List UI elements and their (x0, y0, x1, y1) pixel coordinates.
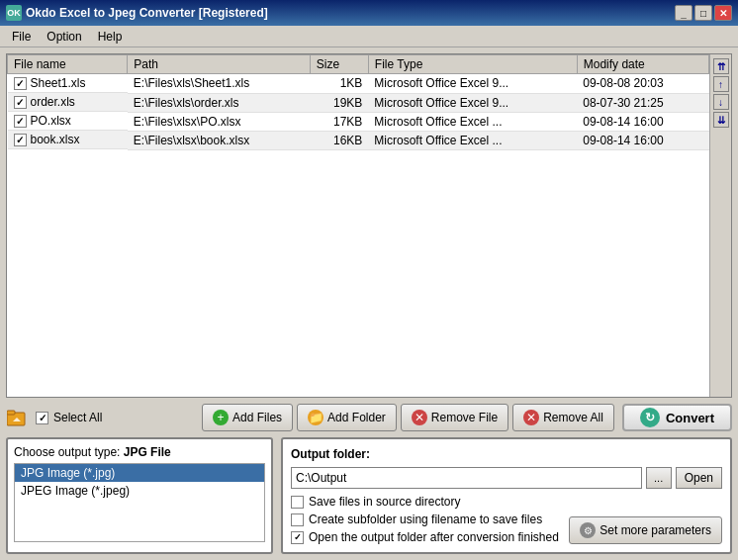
arrow-down[interactable]: ↓ (713, 94, 729, 110)
folder-path-input[interactable] (291, 467, 642, 489)
row-checkbox-1[interactable] (14, 96, 27, 109)
set-more-params-button[interactable]: ⚙ Set more parameters (569, 516, 722, 544)
folder-browse-button[interactable]: ... (646, 467, 672, 489)
cell-filename-3: book.xlsx (8, 131, 128, 149)
output-type-section: Choose output type: JPG File JPG Image (… (6, 437, 273, 554)
cell-size-0: 1KB (310, 74, 368, 94)
file-table: File name Path Size File Type Modify dat… (7, 54, 709, 150)
table-row: Sheet1.xls E:\Files\xls\Sheet1.xls 1KB M… (8, 74, 709, 94)
main-content: File name Path Size File Type Modify dat… (0, 47, 738, 560)
bottom-panel: Choose output type: JPG File JPG Image (… (6, 437, 732, 554)
remove-file-button[interactable]: ✕ Remove File (401, 404, 508, 431)
arrow-top-top[interactable]: ⇈ (713, 58, 729, 74)
svg-rect-1 (7, 411, 15, 415)
cell-filename-1: order.xls (8, 93, 128, 112)
toolbar-row: Select All + Add Files 📁 Add Folder ✕ Re… (6, 404, 732, 431)
row-checkbox-0[interactable] (14, 77, 27, 90)
cell-path-1: E:\Files\xls\order.xls (128, 93, 311, 112)
add-files-icon: + (213, 410, 229, 425)
table-row: PO.xlsx E:\Files\xlsx\PO.xlsx 17KB Micro… (8, 112, 709, 131)
cell-size-1: 19KB (310, 93, 368, 112)
convert-icon: ↻ (640, 408, 660, 427)
select-all-label: Select All (53, 411, 102, 424)
checkboxes-col: Save files in source directory Create su… (291, 495, 559, 544)
navigate-back-icon[interactable] (6, 407, 28, 428)
save-source-label: Save files in source directory (309, 495, 460, 509)
folder-path-row: ... Open (291, 467, 722, 489)
cell-modifydate-3: 09-08-14 16:00 (577, 131, 708, 149)
col-size: Size (310, 55, 368, 74)
action-buttons: + Add Files 📁 Add Folder ✕ Remove File ✕… (202, 404, 614, 431)
cell-modifydate-0: 09-08-08 20:03 (577, 74, 708, 94)
add-folder-icon: 📁 (308, 410, 323, 425)
menu-file[interactable]: File (4, 28, 39, 46)
title-bar: OK Okdo Excel to Jpeg Converter [Registe… (0, 0, 738, 26)
menu-bar: File Option Help (0, 26, 738, 47)
folder-open-button[interactable]: Open (676, 467, 722, 489)
checkbox-open-after: Open the output folder after conversion … (291, 530, 559, 544)
add-files-button[interactable]: + Add Files (202, 404, 293, 431)
cell-path-3: E:\Files\xlsx\book.xlsx (128, 131, 311, 149)
row-checkbox-3[interactable] (14, 134, 27, 146)
cell-modifydate-2: 09-08-14 16:00 (577, 112, 708, 131)
checkbox-source-dir: Save files in source directory (291, 495, 559, 509)
remove-all-icon: ✕ (523, 410, 539, 425)
select-all-checkbox[interactable] (36, 412, 48, 424)
cell-filetype-0: Microsoft Office Excel 9... (368, 74, 577, 94)
subfolder-checkbox[interactable] (291, 513, 304, 526)
format-list: JPG Image (*.jpg) JPEG Image (*.jpeg) (14, 463, 265, 542)
checkbox-subfolder: Create subfolder using filename to save … (291, 513, 559, 526)
cell-filetype-3: Microsoft Office Excel ... (368, 131, 577, 149)
save-source-checkbox[interactable] (291, 496, 304, 509)
subfolder-label: Create subfolder using filename to save … (309, 513, 542, 526)
open-after-checkbox[interactable] (291, 531, 304, 544)
remove-file-icon: ✕ (412, 410, 427, 425)
arrow-bottom-bottom[interactable]: ⇊ (713, 112, 729, 128)
table-row: book.xlsx E:\Files\xlsx\book.xlsx 16KB M… (8, 131, 709, 149)
minimize-button[interactable]: _ (675, 5, 692, 21)
convert-button[interactable]: ↻ Convert (622, 404, 732, 431)
remove-all-button[interactable]: ✕ Remove All (512, 404, 614, 431)
close-button[interactable]: ✕ (714, 5, 732, 21)
arrow-up[interactable]: ↑ (713, 76, 729, 92)
select-all-row: Select All (36, 411, 102, 424)
cell-modifydate-1: 08-07-30 21:25 (577, 93, 708, 112)
row-checkbox-2[interactable] (14, 115, 27, 128)
add-folder-button[interactable]: 📁 Add Folder (297, 404, 397, 431)
set-more-params-label: Set more parameters (600, 523, 711, 537)
app-title: Okdo Excel to Jpeg Converter [Registered… (26, 6, 268, 20)
side-arrows: ⇈ ↑ ↓ ⇊ (709, 54, 731, 397)
cell-size-3: 16KB (310, 131, 368, 149)
cell-path-2: E:\Files\xlsx\PO.xlsx (128, 112, 311, 131)
cell-filename-2: PO.xlsx (8, 112, 128, 131)
output-folder-section: Output folder: ... Open Save files in so… (281, 437, 732, 554)
file-table-container: File name Path Size File Type Modify dat… (7, 54, 709, 397)
output-type-label: Choose output type: JPG File (14, 445, 265, 459)
cell-path-0: E:\Files\xls\Sheet1.xls (128, 74, 311, 94)
gear-icon: ⚙ (580, 522, 596, 538)
format-jpg[interactable]: JPG Image (*.jpg) (15, 464, 264, 482)
col-filetype: File Type (368, 55, 577, 74)
window-controls: _ □ ✕ (675, 5, 732, 21)
maximize-button[interactable]: □ (694, 5, 712, 21)
file-list-section: File name Path Size File Type Modify dat… (6, 53, 732, 398)
cell-filetype-2: Microsoft Office Excel ... (368, 112, 577, 131)
col-path: Path (128, 55, 311, 74)
col-modifydate: Modify date (577, 55, 708, 74)
output-type-current: JPG File (124, 445, 171, 459)
cell-filetype-1: Microsoft Office Excel 9... (368, 93, 577, 112)
cell-size-2: 17KB (310, 112, 368, 131)
output-folder-label: Output folder: (291, 447, 722, 461)
cell-filename-0: Sheet1.xls (8, 74, 128, 93)
params-row: Save files in source directory Create su… (291, 495, 722, 544)
format-jpeg[interactable]: JPEG Image (*.jpeg) (15, 482, 264, 500)
title-bar-text: OK Okdo Excel to Jpeg Converter [Registe… (6, 5, 268, 21)
output-type-text: Choose output type: (14, 445, 124, 459)
app-icon: OK (6, 5, 22, 21)
menu-help[interactable]: Help (90, 28, 131, 46)
open-after-label: Open the output folder after conversion … (309, 530, 559, 544)
table-row: order.xls E:\Files\xls\order.xls 19KB Mi… (8, 93, 709, 112)
col-filename: File name (8, 55, 128, 74)
menu-option[interactable]: Option (39, 28, 89, 46)
